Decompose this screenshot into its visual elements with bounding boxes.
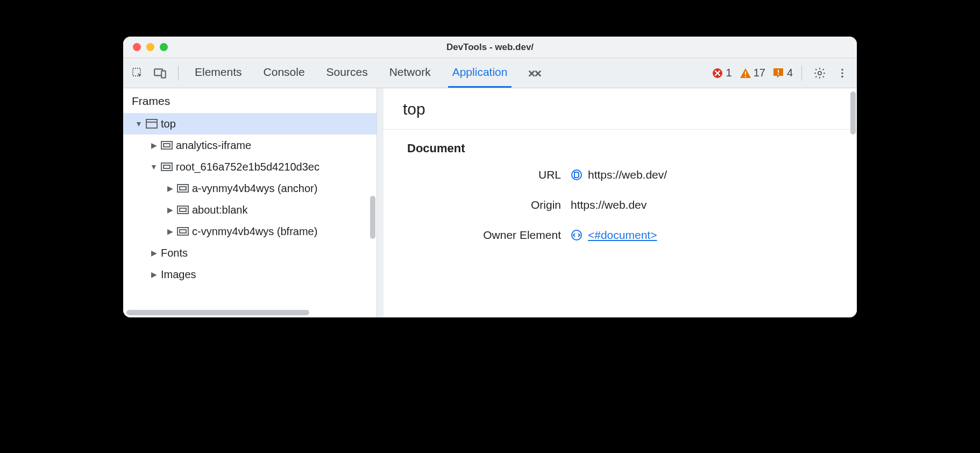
traffic-lights — [123, 43, 168, 51]
detail-value: https://web.dev — [571, 199, 647, 211]
separator — [801, 66, 802, 81]
tree-item-child-c[interactable]: ▶ c-vynmy4vb4wys (bframe) — [123, 221, 377, 242]
tab-elements[interactable]: Elements — [190, 58, 246, 88]
more-menu-icon[interactable] — [833, 64, 851, 82]
settings-icon[interactable] — [811, 64, 829, 82]
disclosure-triangle-down-icon[interactable]: ▼ — [135, 119, 143, 128]
disclosure-triangle-right-icon[interactable]: ▶ — [166, 227, 174, 236]
warning-count[interactable]: 17 — [740, 67, 765, 79]
svg-point-24 — [572, 170, 581, 180]
content-area: Frames ▼ top ▶ analytics-i — [123, 88, 857, 317]
tree-item-label: Fonts — [161, 247, 188, 259]
svg-rect-7 — [778, 74, 779, 75]
details-title: top — [384, 88, 857, 130]
disclosure-triangle-right-icon[interactable]: ▶ — [166, 206, 174, 214]
tree-item-label: about:blank — [192, 204, 247, 216]
separator — [178, 66, 179, 81]
devtools-window: DevTools - web.dev/ Elements Console Sou… — [123, 37, 857, 317]
tab-application[interactable]: Application — [448, 58, 512, 88]
issues-count[interactable]: 4 — [773, 67, 793, 79]
device-toolbar-icon[interactable] — [151, 64, 169, 82]
document-badge-icon — [571, 169, 583, 181]
tab-console[interactable]: Console — [259, 58, 309, 88]
more-tabs-button[interactable] — [524, 58, 546, 88]
minimize-window-button[interactable] — [146, 43, 154, 51]
disclosure-triangle-down-icon[interactable]: ▼ — [150, 162, 158, 171]
code-badge-icon — [571, 229, 583, 241]
tree-item-top[interactable]: ▼ top — [123, 113, 377, 135]
issues-icon — [773, 68, 784, 79]
tree-item-label: root_616a752e1b5d4210d3ec — [176, 161, 319, 173]
frame-icon — [161, 162, 173, 171]
svg-rect-12 — [146, 119, 157, 128]
sidebar-vertical-scrollbar[interactable] — [370, 196, 375, 239]
sidebar-heading: Frames — [123, 88, 377, 113]
svg-rect-21 — [180, 208, 186, 211]
svg-rect-15 — [164, 144, 170, 147]
sidebar-horizontal-scrollbar[interactable] — [126, 310, 309, 315]
error-count[interactable]: 1 — [712, 67, 732, 79]
disclosure-triangle-right-icon[interactable]: ▶ — [166, 184, 174, 193]
tab-network[interactable]: Network — [385, 58, 435, 88]
tree-item-analytics-iframe[interactable]: ▶ analytics-iframe — [123, 135, 377, 156]
frame-icon — [177, 184, 189, 193]
disclosure-triangle-right-icon[interactable]: ▶ — [150, 270, 158, 279]
svg-rect-23 — [180, 230, 186, 233]
titlebar: DevTools - web.dev/ — [123, 37, 857, 58]
disclosure-triangle-right-icon[interactable]: ▶ — [150, 249, 158, 257]
svg-rect-5 — [745, 76, 746, 77]
tree-item-label: a-vynmy4vb4wys (anchor) — [192, 182, 317, 195]
frame-icon — [177, 206, 189, 214]
origin-value: https://web.dev — [571, 199, 647, 211]
error-icon — [712, 68, 723, 79]
details-section-heading: Document — [384, 130, 857, 160]
tree-item-child-b[interactable]: ▶ about:blank — [123, 199, 377, 221]
issues-count-value: 4 — [787, 67, 793, 79]
frame-icon — [161, 141, 173, 150]
svg-rect-17 — [164, 165, 170, 168]
svg-rect-6 — [778, 70, 779, 73]
detail-value: https://web.dev/ — [571, 168, 667, 181]
svg-point-10 — [841, 72, 843, 74]
sidebar: Frames ▼ top ▶ analytics-i — [123, 88, 377, 317]
warning-count-value: 17 — [754, 67, 765, 79]
url-value[interactable]: https://web.dev/ — [588, 168, 667, 181]
svg-rect-19 — [180, 187, 186, 190]
svg-rect-2 — [161, 70, 166, 77]
svg-point-9 — [841, 68, 843, 70]
tree-item-label: analytics-iframe — [176, 139, 251, 152]
error-count-value: 1 — [726, 67, 732, 79]
detail-label: Owner Element — [384, 229, 561, 242]
svg-rect-4 — [745, 72, 746, 75]
detail-row-url: URL https://web.dev/ — [384, 160, 857, 190]
owner-element-link[interactable]: <#document> — [588, 229, 657, 242]
detail-label: Origin — [384, 199, 561, 211]
details-panel: top Document URL https://web.dev/ Origin… — [384, 88, 857, 317]
tree-item-fonts[interactable]: ▶ Fonts — [123, 242, 377, 264]
frames-tree: ▼ top ▶ analytics-iframe — [123, 113, 377, 285]
inspect-element-icon[interactable] — [129, 64, 147, 82]
splitter-handle[interactable] — [377, 88, 384, 317]
details-vertical-scrollbar[interactable] — [850, 91, 856, 135]
svg-point-8 — [818, 71, 821, 74]
window-title: DevTools - web.dev/ — [123, 42, 857, 53]
tree-item-label: top — [161, 118, 176, 130]
tree-item-images[interactable]: ▶ Images — [123, 264, 377, 285]
zoom-window-button[interactable] — [160, 43, 168, 51]
window-icon — [146, 119, 158, 129]
frame-icon — [177, 227, 189, 236]
detail-label: URL — [384, 168, 561, 181]
status-counts: 1 17 4 — [712, 67, 793, 79]
close-window-button[interactable] — [133, 43, 141, 51]
svg-point-11 — [841, 75, 843, 77]
detail-row-origin: Origin https://web.dev — [384, 190, 857, 220]
tab-sources[interactable]: Sources — [322, 58, 372, 88]
tab-strip: Elements Console Sources Network Applica… — [190, 58, 546, 88]
warning-icon — [740, 68, 750, 79]
disclosure-triangle-right-icon[interactable]: ▶ — [150, 141, 158, 150]
tree-item-label: c-vynmy4vb4wys (bframe) — [192, 225, 317, 238]
tree-item-label: Images — [161, 268, 196, 281]
tree-item-root-frame[interactable]: ▼ root_616a752e1b5d4210d3ec — [123, 156, 377, 178]
tree-item-child-a[interactable]: ▶ a-vynmy4vb4wys (anchor) — [123, 178, 377, 199]
toolbar: Elements Console Sources Network Applica… — [123, 58, 857, 88]
